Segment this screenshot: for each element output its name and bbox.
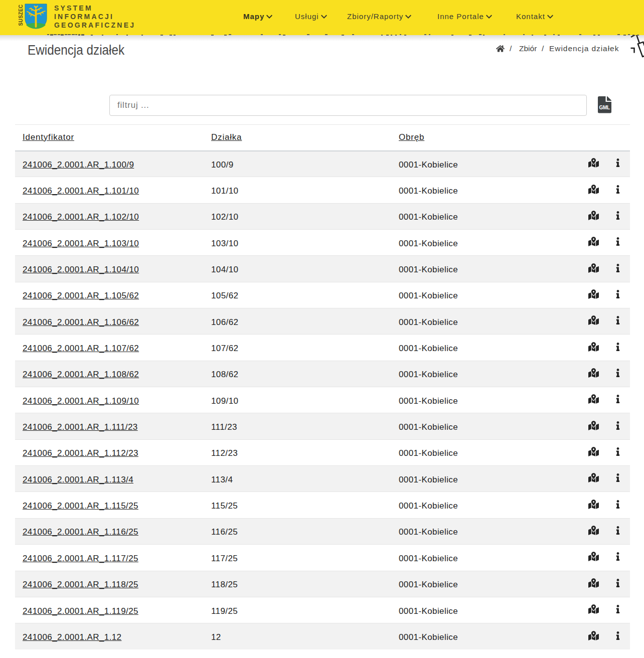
- svg-text:GML: GML: [599, 105, 610, 110]
